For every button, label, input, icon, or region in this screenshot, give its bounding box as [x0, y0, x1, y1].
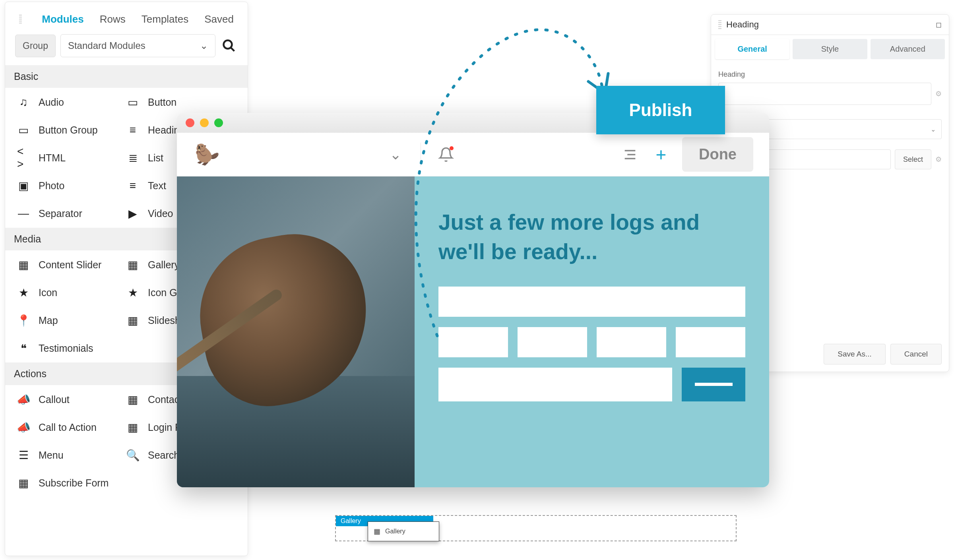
callout-icon: 📣: [17, 393, 30, 406]
html-icon: < >: [17, 151, 30, 164]
module-separator[interactable]: —Separator: [17, 207, 126, 220]
list-icon: ≣: [126, 151, 139, 164]
maximize-icon[interactable]: [214, 118, 223, 127]
publish-button[interactable]: Publish: [596, 86, 725, 134]
search-icon: 🔍: [126, 449, 139, 461]
popout-icon[interactable]: ◻: [936, 20, 942, 29]
module-label: Audio: [39, 97, 64, 108]
tab-general[interactable]: General: [715, 39, 789, 59]
module-photo[interactable]: ▣Photo: [17, 179, 126, 192]
module-label: Menu: [39, 450, 64, 461]
outline-icon[interactable]: [620, 145, 640, 165]
module-label: Search: [148, 450, 179, 461]
form-input[interactable]: [518, 327, 587, 357]
done-button[interactable]: Done: [682, 137, 753, 172]
search-button[interactable]: [220, 37, 238, 54]
module-label: Testimonials: [39, 343, 93, 354]
tab-advanced[interactable]: Advanced: [871, 39, 945, 59]
module-label: Call to Action: [39, 422, 97, 433]
module-button[interactable]: ▭Button: [126, 96, 236, 109]
add-icon[interactable]: +: [651, 145, 671, 165]
group-button[interactable]: Group: [15, 35, 56, 57]
photo-icon: ▣: [17, 179, 30, 192]
slideshow-icon: ▦: [126, 314, 139, 327]
form-input[interactable]: [597, 327, 666, 357]
module-label: List: [148, 152, 163, 164]
save-as-button[interactable]: Save As...: [824, 344, 886, 364]
filter-row: Group Standard Modules ⌄: [5, 34, 248, 65]
text-icon: ≡: [126, 179, 139, 192]
submit-button[interactable]: [682, 368, 745, 401]
modules-tabs: Modules Rows Templates Saved: [5, 2, 248, 34]
minimize-icon[interactable]: [200, 118, 209, 127]
module-label: Video: [148, 208, 173, 219]
link-select-button[interactable]: Select: [895, 149, 931, 169]
module-html[interactable]: < >HTML: [17, 151, 126, 164]
gear-icon[interactable]: ⚙: [935, 89, 942, 98]
group-select[interactable]: Standard Modules ⌄: [60, 34, 215, 57]
module-label: Subscribe Form: [39, 477, 109, 489]
module-button-group[interactable]: ▭Button Group: [17, 124, 126, 136]
tab-templates[interactable]: Templates: [142, 13, 189, 25]
section-basic: Basic: [5, 65, 248, 88]
group-select-value: Standard Modules: [68, 40, 145, 51]
notification-dot-icon: [450, 146, 454, 150]
chevron-down-icon: ⌄: [200, 40, 208, 51]
module-label: Callout: [39, 394, 70, 405]
module-label: Icon: [39, 287, 57, 298]
chevron-down-icon: ⌄: [931, 126, 936, 133]
form-input[interactable]: [438, 368, 672, 401]
cta-icon: 📣: [17, 421, 30, 434]
bell-icon[interactable]: [436, 145, 456, 165]
module-callout[interactable]: 📣Callout: [17, 393, 126, 406]
login-form-icon: ▦: [126, 421, 139, 434]
heading-header: Heading ◻: [711, 15, 949, 35]
tab-style[interactable]: Style: [793, 39, 867, 59]
gear-icon[interactable]: ⚙: [935, 155, 942, 164]
module-label: Button Group: [39, 124, 98, 136]
form-input[interactable]: [438, 327, 508, 357]
divider: [421, 143, 421, 167]
subscribe-form-icon: ▦: [17, 477, 30, 489]
contact-form-icon: ▦: [126, 393, 139, 406]
tab-saved[interactable]: Saved: [204, 13, 234, 25]
module-label: Text: [148, 180, 166, 192]
module-audio[interactable]: ♫Audio: [17, 96, 126, 109]
chevron-down-icon[interactable]: ⌄: [386, 145, 405, 165]
separator-icon: —: [17, 207, 30, 220]
module-label: Gallery: [148, 259, 179, 271]
module-menu[interactable]: ☰Menu: [17, 449, 126, 461]
video-icon: ▶: [126, 207, 139, 220]
module-icon[interactable]: ★Icon: [17, 286, 126, 299]
beaver-logo-icon[interactable]: 🦫: [193, 140, 221, 169]
drag-handle-icon[interactable]: [19, 15, 22, 24]
form-input[interactable]: [676, 327, 745, 357]
module-subscribe-form[interactable]: ▦Subscribe Form: [17, 477, 126, 489]
module-map[interactable]: 📍Map: [17, 314, 126, 327]
module-cta[interactable]: 📣Call to Action: [17, 421, 126, 434]
heading-input[interactable]: [718, 83, 931, 105]
panel-title: Heading: [726, 19, 936, 30]
heading-field: Heading ⚙: [711, 63, 949, 112]
cancel-button[interactable]: Cancel: [890, 344, 942, 364]
drag-handle-icon[interactable]: [718, 20, 721, 29]
heading-icon: ≡: [126, 124, 139, 136]
gallery-drag-item[interactable]: ▦ Gallery: [368, 521, 439, 541]
module-content-slider[interactable]: ▦Content Slider: [17, 258, 126, 271]
form-input-full[interactable]: [438, 287, 745, 317]
hero-image: [177, 176, 415, 487]
gallery-drop-zone[interactable]: Gallery ▦ Gallery: [335, 515, 737, 541]
tab-rows[interactable]: Rows: [100, 13, 126, 25]
menu-icon: ☰: [17, 449, 30, 461]
module-label: Photo: [39, 180, 64, 192]
tab-modules[interactable]: Modules: [42, 13, 83, 25]
builder-toolbar: 🦫 ⌄ + Done: [177, 133, 769, 176]
gallery-icon: ▦: [126, 258, 139, 271]
module-testimonials[interactable]: ❝Testimonials: [17, 342, 126, 355]
close-icon[interactable]: [186, 118, 194, 127]
module-label: Button: [148, 97, 176, 108]
module-label: HTML: [39, 152, 66, 164]
signup-form: [438, 287, 745, 401]
heading-field-label: Heading: [718, 70, 942, 79]
preview-body: Just a few more logs and we'll be ready.…: [177, 176, 769, 487]
